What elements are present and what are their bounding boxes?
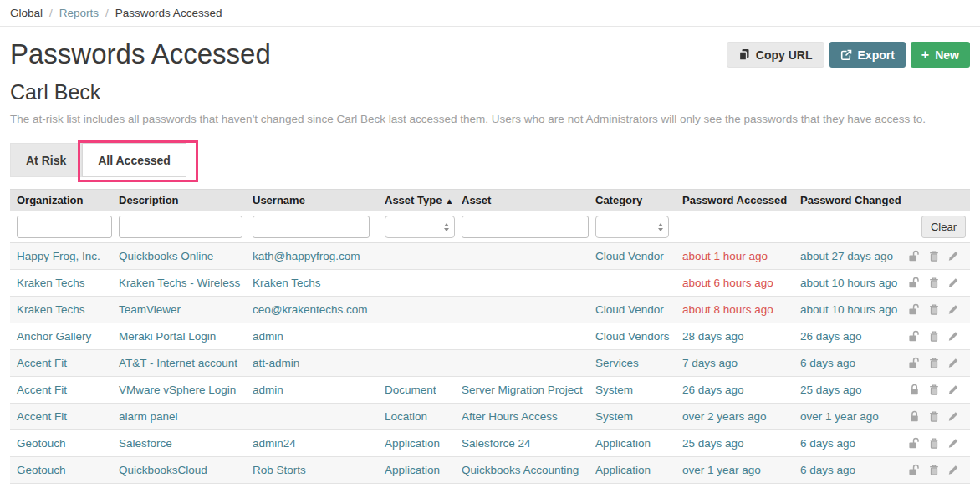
cell-password-changed: 6 days ago (794, 437, 905, 450)
trash-icon[interactable] (928, 330, 940, 343)
cell-organization: Geotouch (10, 437, 112, 450)
column-header-username[interactable]: Username (246, 194, 378, 206)
edit-icon[interactable] (947, 303, 959, 316)
export-icon (840, 49, 852, 61)
cell-asset: Salesforce 24 (455, 437, 589, 450)
cell-organization: Happy Frog, Inc. (10, 250, 112, 262)
category-filter-select[interactable] (595, 216, 669, 238)
username-filter-input[interactable] (253, 216, 370, 238)
cell-password-changed: 26 days ago (794, 330, 905, 343)
row-actions (905, 464, 970, 476)
cell-category: System (589, 384, 676, 396)
column-header-description[interactable]: Description (112, 194, 246, 206)
cell-organization: Kraken Techs (10, 303, 112, 316)
breadcrumb-reports[interactable]: Reports (59, 7, 99, 19)
export-button[interactable]: Export (829, 42, 906, 68)
cell-password-changed: 6 days ago (794, 357, 905, 369)
header-actions: Copy URL Export + New (727, 42, 970, 68)
unlock-icon[interactable] (908, 303, 921, 316)
unlock-icon[interactable] (908, 250, 921, 262)
lock-icon[interactable] (908, 384, 921, 396)
edit-icon[interactable] (947, 437, 959, 450)
trash-icon[interactable] (928, 250, 940, 262)
trash-icon[interactable] (928, 277, 940, 289)
tab-all-accessed[interactable]: All Accessed (82, 143, 186, 177)
cell-category: System (589, 410, 676, 423)
column-header-asset[interactable]: Asset (455, 194, 589, 206)
new-label: New (935, 48, 959, 62)
row-actions (905, 277, 970, 289)
trash-icon[interactable] (928, 410, 940, 423)
unlock-icon[interactable] (908, 464, 921, 476)
trash-icon[interactable] (928, 384, 940, 396)
table-row[interactable]: Accent Fit AT&T - Internet account att-a… (10, 350, 970, 377)
breadcrumb-separator: / (49, 7, 53, 19)
description-filter-input[interactable] (119, 216, 242, 238)
trash-icon[interactable] (928, 437, 940, 450)
cell-organization: Kraken Techs (10, 277, 112, 289)
edit-icon[interactable] (947, 384, 959, 396)
table-row[interactable]: Happy Frog, Inc. Quickbooks Online kath@… (10, 243, 970, 270)
cell-asset: After Hours Access (455, 410, 589, 423)
edit-icon[interactable] (947, 464, 959, 476)
cell-organization: Accent Fit (10, 357, 112, 369)
edit-icon[interactable] (947, 250, 959, 262)
unlock-icon[interactable] (908, 437, 921, 450)
cell-asset-type: Application (378, 437, 455, 450)
cell-asset: Quickbooks Accounting (455, 464, 589, 476)
cell-password-accessed: about 8 hours ago (676, 303, 794, 316)
table-body: Happy Frog, Inc. Quickbooks Online kath@… (10, 243, 970, 484)
column-header-password-changed[interactable]: Password Changed (794, 194, 905, 206)
row-actions (905, 250, 970, 262)
edit-icon[interactable] (947, 277, 959, 289)
column-header-password-accessed[interactable]: Password Accessed (676, 194, 794, 206)
organization-filter-input[interactable] (17, 216, 112, 238)
clear-filters-button[interactable]: Clear (921, 216, 966, 238)
row-actions (905, 410, 970, 423)
column-header-category[interactable]: Category (589, 194, 676, 206)
edit-icon[interactable] (947, 357, 959, 369)
edit-icon[interactable] (947, 330, 959, 343)
cell-username: ceo@krakentechs.com (246, 303, 378, 316)
cell-category: Cloud Vendor (589, 303, 676, 316)
asset-filter-input[interactable] (462, 216, 589, 238)
cell-username: admin24 (246, 437, 378, 450)
cell-description: Salesforce (112, 437, 246, 450)
table-row[interactable]: Anchor Gallery Meraki Portal Login admin… (10, 323, 970, 350)
cell-asset-type: Location (378, 410, 455, 423)
trash-icon[interactable] (928, 357, 940, 369)
copy-url-button[interactable]: Copy URL (727, 42, 824, 68)
plus-icon: + (921, 48, 929, 62)
new-button[interactable]: + New (911, 42, 970, 68)
unlock-icon[interactable] (908, 357, 921, 369)
copy-icon (738, 48, 750, 61)
breadcrumb-global[interactable]: Global (10, 7, 43, 19)
table-row[interactable]: Accent Fit VMware vSphere Login admin Do… (10, 377, 970, 404)
cell-description: VMware vSphere Login (112, 384, 246, 396)
column-header-organization[interactable]: Organization (10, 194, 112, 206)
tab-all-accessed-label: All Accessed (98, 154, 171, 167)
cell-password-accessed: about 1 hour ago (676, 250, 794, 262)
cell-organization: Geotouch (10, 464, 112, 476)
passwords-table: Organization Description Username Asset … (10, 189, 970, 484)
tab-at-risk[interactable]: At Risk (10, 143, 82, 177)
table-row[interactable]: Geotouch QuickbooksCloud Rob Storts Appl… (10, 457, 970, 484)
cell-password-changed: about 10 hours ago (794, 303, 905, 316)
cell-organization: Accent Fit (10, 384, 112, 396)
table-row[interactable]: Kraken Techs Kraken Techs - Wireless Kra… (10, 270, 970, 297)
table-row[interactable]: Geotouch Salesforce admin24 Application … (10, 430, 970, 457)
asset-type-filter-select[interactable] (385, 216, 455, 238)
breadcrumb-separator: / (105, 7, 109, 19)
cell-password-changed: 6 days ago (794, 464, 905, 476)
cell-password-accessed: about 6 hours ago (676, 277, 794, 289)
edit-icon[interactable] (947, 410, 959, 423)
cell-password-accessed: 7 days ago (676, 357, 794, 369)
table-row[interactable]: Kraken Techs TeamViewer ceo@krakentechs.… (10, 297, 970, 323)
column-header-asset-type[interactable]: Asset Type▲ (378, 194, 455, 206)
lock-icon[interactable] (908, 410, 921, 423)
trash-icon[interactable] (928, 464, 940, 476)
unlock-icon[interactable] (908, 330, 921, 343)
trash-icon[interactable] (928, 303, 940, 316)
unlock-icon[interactable] (908, 277, 921, 289)
table-row[interactable]: Accent Fit alarm panel Location After Ho… (10, 404, 970, 430)
